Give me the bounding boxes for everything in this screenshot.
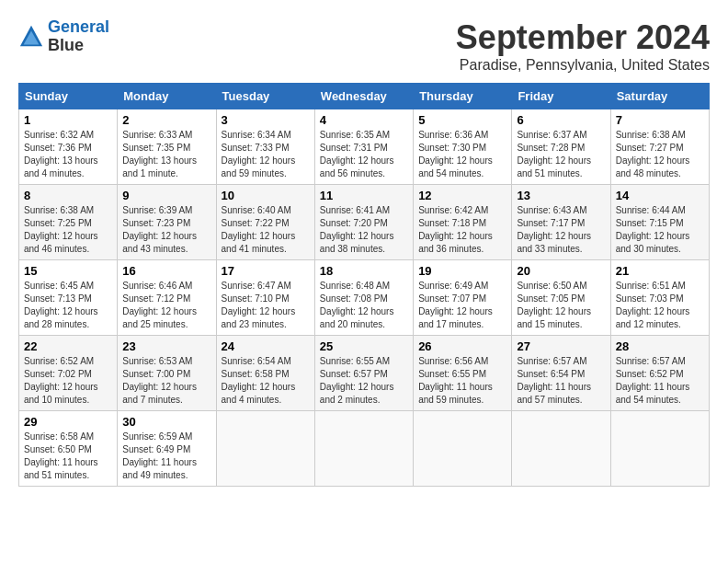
day-info: Sunrise: 6:32 AMSunset: 7:36 PMDaylight:… [24,129,112,180]
calendar-cell: 25Sunrise: 6:55 AMSunset: 6:57 PMDayligh… [314,336,413,411]
day-number: 13 [517,189,605,202]
calendar-cell: 26Sunrise: 6:56 AMSunset: 6:55 PMDayligh… [414,336,512,411]
calendar-cell [610,411,709,487]
month-title: September 2024 [456,18,710,57]
day-number: 16 [122,264,210,278]
weekday-header-monday: Monday [118,84,216,109]
day-number: 15 [24,264,112,278]
day-info: Sunrise: 6:51 AMSunset: 7:03 PMDaylight:… [616,280,704,331]
calendar-cell: 4Sunrise: 6:35 AMSunset: 7:31 PMDaylight… [314,109,413,185]
day-info: Sunrise: 6:39 AMSunset: 7:23 PMDaylight:… [122,204,210,256]
day-info: Sunrise: 6:57 AMSunset: 6:52 PMDaylight:… [616,355,704,407]
calendar-cell: 14Sunrise: 6:44 AMSunset: 7:15 PMDayligh… [610,185,709,260]
calendar-cell: 21Sunrise: 6:51 AMSunset: 7:03 PMDayligh… [610,260,709,336]
page-header: General Blue September 2024 Paradise, Pe… [18,18,710,74]
day-number: 26 [418,339,506,353]
day-info: Sunrise: 6:41 AMSunset: 7:20 PMDaylight:… [320,204,408,256]
day-number: 11 [320,189,408,202]
day-number: 10 [222,189,310,202]
day-info: Sunrise: 6:40 AMSunset: 7:22 PMDaylight:… [222,204,310,256]
week-row-1: 1Sunrise: 6:32 AMSunset: 7:36 PMDaylight… [19,109,710,185]
calendar-table: SundayMondayTuesdayWednesdayThursdayFrid… [18,83,710,487]
day-info: Sunrise: 6:43 AMSunset: 7:17 PMDaylight:… [517,204,605,256]
day-number: 22 [24,339,112,353]
day-number: 28 [616,339,704,353]
calendar-cell: 6Sunrise: 6:37 AMSunset: 7:28 PMDaylight… [512,109,610,185]
calendar-cell: 10Sunrise: 6:40 AMSunset: 7:22 PMDayligh… [216,185,314,260]
day-number: 3 [222,113,310,127]
day-number: 29 [24,415,112,429]
calendar-cell: 19Sunrise: 6:49 AMSunset: 7:07 PMDayligh… [414,260,512,336]
weekday-header-thursday: Thursday [414,84,512,109]
day-number: 18 [320,264,408,278]
day-info: Sunrise: 6:47 AMSunset: 7:10 PMDaylight:… [222,280,310,331]
day-number: 5 [418,113,506,127]
calendar-cell: 2Sunrise: 6:33 AMSunset: 7:35 PMDaylight… [118,109,216,185]
day-info: Sunrise: 6:57 AMSunset: 6:54 PMDaylight:… [517,355,605,407]
logo-line2: Blue [48,36,84,54]
calendar-cell [512,411,610,487]
calendar-cell: 27Sunrise: 6:57 AMSunset: 6:54 PMDayligh… [512,336,610,411]
day-info: Sunrise: 6:34 AMSunset: 7:33 PMDaylight:… [222,129,310,180]
calendar-cell: 5Sunrise: 6:36 AMSunset: 7:30 PMDaylight… [414,109,512,185]
day-info: Sunrise: 6:36 AMSunset: 7:30 PMDaylight:… [418,129,506,180]
calendar-cell: 28Sunrise: 6:57 AMSunset: 6:52 PMDayligh… [610,336,709,411]
day-number: 1 [24,113,112,127]
calendar-cell: 12Sunrise: 6:42 AMSunset: 7:18 PMDayligh… [414,185,512,260]
week-row-3: 15Sunrise: 6:45 AMSunset: 7:13 PMDayligh… [19,260,710,336]
day-info: Sunrise: 6:38 AMSunset: 7:25 PMDaylight:… [24,204,112,256]
weekday-header-tuesday: Tuesday [216,84,314,109]
day-info: Sunrise: 6:44 AMSunset: 7:15 PMDaylight:… [616,204,704,256]
day-number: 19 [418,264,506,278]
day-info: Sunrise: 6:37 AMSunset: 7:28 PMDaylight:… [517,129,605,180]
location: Paradise, Pennsylvania, United States [456,57,710,74]
day-number: 2 [122,113,210,127]
day-number: 30 [122,415,210,429]
day-info: Sunrise: 6:54 AMSunset: 6:58 PMDaylight:… [222,355,310,407]
day-info: Sunrise: 6:33 AMSunset: 7:35 PMDaylight:… [122,129,210,180]
calendar-cell: 1Sunrise: 6:32 AMSunset: 7:36 PMDaylight… [19,109,118,185]
day-info: Sunrise: 6:46 AMSunset: 7:12 PMDaylight:… [122,280,210,331]
calendar-cell: 11Sunrise: 6:41 AMSunset: 7:20 PMDayligh… [314,185,413,260]
day-info: Sunrise: 6:53 AMSunset: 7:00 PMDaylight:… [122,355,210,407]
day-info: Sunrise: 6:59 AMSunset: 6:49 PMDaylight:… [122,431,210,482]
day-info: Sunrise: 6:45 AMSunset: 7:13 PMDaylight:… [24,280,112,331]
day-info: Sunrise: 6:35 AMSunset: 7:31 PMDaylight:… [320,129,408,180]
logo: General Blue [18,18,109,55]
day-number: 7 [616,113,704,127]
day-info: Sunrise: 6:38 AMSunset: 7:27 PMDaylight:… [616,129,704,180]
calendar-cell: 22Sunrise: 6:52 AMSunset: 7:02 PMDayligh… [19,336,118,411]
calendar-cell: 23Sunrise: 6:53 AMSunset: 7:00 PMDayligh… [118,336,216,411]
calendar-cell: 16Sunrise: 6:46 AMSunset: 7:12 PMDayligh… [118,260,216,336]
calendar-cell: 13Sunrise: 6:43 AMSunset: 7:17 PMDayligh… [512,185,610,260]
calendar-cell [414,411,512,487]
calendar-cell: 15Sunrise: 6:45 AMSunset: 7:13 PMDayligh… [19,260,118,336]
day-number: 14 [616,189,704,202]
calendar-cell [314,411,413,487]
calendar-cell: 7Sunrise: 6:38 AMSunset: 7:27 PMDaylight… [610,109,709,185]
week-row-4: 22Sunrise: 6:52 AMSunset: 7:02 PMDayligh… [19,336,710,411]
logo-text: General Blue [48,18,109,55]
calendar-cell: 20Sunrise: 6:50 AMSunset: 7:05 PMDayligh… [512,260,610,336]
calendar-cell: 9Sunrise: 6:39 AMSunset: 7:23 PMDaylight… [118,185,216,260]
calendar-cell [216,411,314,487]
day-info: Sunrise: 6:56 AMSunset: 6:55 PMDaylight:… [418,355,506,407]
weekday-header-saturday: Saturday [610,84,709,109]
day-number: 23 [122,339,210,353]
day-number: 20 [517,264,605,278]
day-number: 9 [122,189,210,202]
day-number: 4 [320,113,408,127]
logo-icon [18,24,44,50]
calendar-cell: 18Sunrise: 6:48 AMSunset: 7:08 PMDayligh… [314,260,413,336]
day-info: Sunrise: 6:48 AMSunset: 7:08 PMDaylight:… [320,280,408,331]
weekday-header-row: SundayMondayTuesdayWednesdayThursdayFrid… [19,84,710,109]
day-number: 17 [222,264,310,278]
day-info: Sunrise: 6:42 AMSunset: 7:18 PMDaylight:… [418,204,506,256]
calendar-cell: 8Sunrise: 6:38 AMSunset: 7:25 PMDaylight… [19,185,118,260]
logo-line1: General [48,17,109,36]
day-number: 27 [517,339,605,353]
weekday-header-sunday: Sunday [19,84,118,109]
week-row-5: 29Sunrise: 6:58 AMSunset: 6:50 PMDayligh… [19,411,710,487]
day-number: 24 [222,339,310,353]
day-info: Sunrise: 6:49 AMSunset: 7:07 PMDaylight:… [418,280,506,331]
